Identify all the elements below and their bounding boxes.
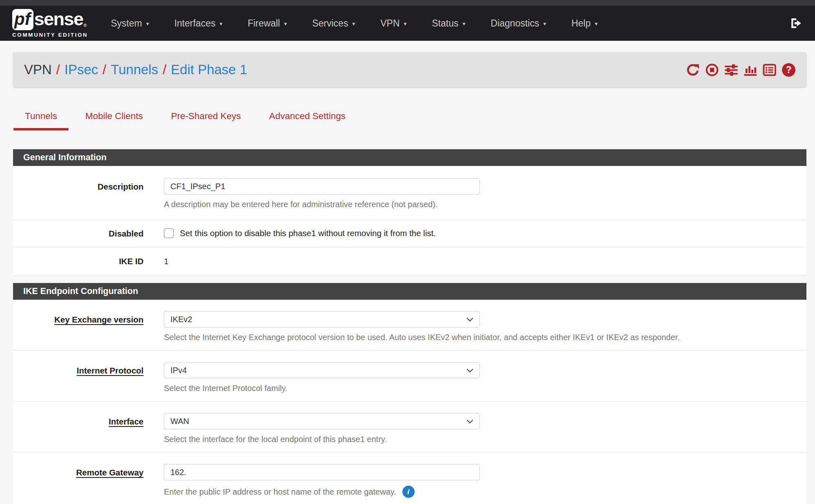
chevron-down-icon: ▾ — [219, 21, 222, 27]
tab-pre-shared-keys[interactable]: Pre-Shared Keys — [160, 107, 252, 130]
navbar-menu: System ▾ Interfaces ▾ Firewall ▾ Service… — [111, 18, 598, 29]
interface-help: Select the interface for the local endpo… — [164, 435, 790, 444]
chevron-down-icon — [466, 368, 473, 373]
info-glyph: i — [407, 487, 409, 496]
community-edition-label: COMMUNITY EDITION — [12, 32, 88, 38]
help-icon[interactable]: ? — [782, 63, 795, 77]
form-row-internet-protocol: Internet Protocol IPv4 Select the Intern… — [13, 351, 806, 402]
log-list-icon[interactable] — [763, 63, 776, 77]
form-row-disabled: Disabled Set this option to disable this… — [13, 220, 806, 248]
interface-select[interactable]: WAN — [164, 413, 480, 429]
description-label: Description — [13, 166, 144, 220]
form-row-ike-id: IKE ID 1 — [13, 248, 806, 276]
menu-item-label: Interfaces — [174, 18, 215, 29]
menu-item-label: Status — [432, 18, 458, 29]
tab-bar: Tunnels Mobile Clients Pre-Shared Keys A… — [13, 107, 815, 130]
form-row-remote-gateway: Remote Gateway Enter the public IP addre… — [13, 453, 806, 504]
breadcrumb-vpn: VPN — [24, 62, 52, 77]
stop-circle-icon[interactable] — [705, 63, 719, 77]
question-glyph: ? — [786, 64, 791, 75]
chevron-down-icon: ▾ — [543, 21, 546, 27]
form-row-key-exchange-version: Key Exchange version IKEv2 Select the In… — [13, 300, 806, 351]
bar-chart-icon[interactable] — [744, 63, 757, 77]
ike-id-value: 1 — [164, 256, 168, 266]
breadcrumb-separator: / — [158, 62, 171, 77]
interface-value: WAN — [170, 417, 189, 426]
menu-item-label: Diagnostics — [491, 18, 539, 29]
menu-item-diagnostics[interactable]: Diagnostics ▾ — [491, 18, 546, 29]
ike-id-label: IKE ID — [13, 248, 144, 275]
disabled-checkbox[interactable] — [164, 228, 174, 238]
menu-item-label: Firewall — [247, 18, 280, 29]
menu-item-label: VPN — [380, 18, 400, 29]
internet-protocol-value: IPv4 — [170, 366, 187, 375]
menu-item-label: System — [111, 18, 142, 29]
breadcrumb-separator: / — [52, 62, 64, 77]
remote-gateway-help: Enter the public IP address or host name… — [164, 487, 396, 497]
sliders-icon[interactable] — [724, 63, 738, 77]
section-ike-endpoint-configuration: IKE Endpoint Configuration Key Exchange … — [13, 283, 806, 504]
interface-label: Interface — [109, 417, 144, 426]
browser-top-strip — [0, 0, 815, 6]
menu-item-status[interactable]: Status ▾ — [432, 18, 465, 29]
internet-protocol-select[interactable]: IPv4 — [164, 362, 480, 378]
remote-gateway-input[interactable] — [164, 464, 480, 480]
page-action-icons: ? — [686, 63, 795, 77]
chevron-down-icon: ▾ — [284, 21, 287, 27]
section-title: IKE Endpoint Configuration — [13, 283, 806, 300]
tab-tunnels[interactable]: Tunnels — [13, 107, 68, 130]
tab-advanced-settings[interactable]: Advanced Settings — [258, 107, 357, 130]
section-general-information: General Information Description A descri… — [13, 149, 806, 276]
pfsense-logo-pf: pf — [12, 9, 33, 30]
registered-mark: ® — [84, 23, 87, 28]
chevron-down-icon: ▾ — [404, 21, 406, 27]
menu-item-interfaces[interactable]: Interfaces ▾ — [174, 18, 222, 29]
breadcrumb-link-tunnels[interactable]: Tunnels — [111, 62, 158, 77]
menu-item-label: Help — [571, 18, 590, 29]
menu-item-system[interactable]: System ▾ — [111, 18, 149, 29]
description-input[interactable] — [164, 178, 480, 195]
breadcrumb: VPN / IPsec / Tunnels / Edit Phase 1 — [24, 62, 247, 77]
form-row-interface: Interface WAN Select the interface for t… — [13, 402, 806, 453]
chevron-down-icon: ▾ — [463, 21, 466, 27]
pfsense-logo-sense: sense — [34, 9, 83, 29]
breadcrumb-panel: VPN / IPsec / Tunnels / Edit Phase 1 — [13, 52, 806, 87]
remote-gateway-label: Remote Gateway — [76, 468, 144, 477]
chevron-down-icon — [466, 419, 473, 424]
menu-item-help[interactable]: Help ▾ — [571, 18, 597, 29]
pfsense-logo[interactable]: pf sense ® COMMUNITY EDITION — [12, 9, 88, 38]
menu-item-services[interactable]: Services ▾ — [312, 18, 355, 29]
chevron-down-icon: ▾ — [352, 21, 355, 27]
internet-protocol-label: Internet Protocol — [77, 366, 144, 375]
sign-out-icon[interactable] — [790, 17, 803, 30]
refresh-icon[interactable] — [686, 63, 700, 77]
breadcrumb-separator: / — [98, 62, 111, 77]
key-exchange-version-help: Select the Internet Key Exchange protoco… — [164, 333, 790, 342]
disabled-checkbox-text: Set this option to disable this phase1 w… — [180, 228, 436, 238]
info-icon[interactable]: i — [402, 486, 415, 498]
disabled-label: Disabled — [13, 220, 144, 247]
menu-item-vpn[interactable]: VPN ▾ — [380, 18, 406, 29]
tab-mobile-clients[interactable]: Mobile Clients — [74, 107, 154, 130]
key-exchange-version-value: IKEv2 — [170, 315, 192, 324]
chevron-down-icon: ▾ — [595, 21, 598, 27]
form-row-description: Description A description may be entered… — [13, 166, 806, 220]
chevron-down-icon: ▾ — [146, 21, 149, 27]
key-exchange-version-label: Key Exchange version — [54, 315, 144, 324]
chevron-down-icon — [466, 317, 473, 322]
menu-item-firewall[interactable]: Firewall ▾ — [247, 18, 287, 29]
description-help: A description may be entered here for ad… — [164, 200, 790, 209]
key-exchange-version-select[interactable]: IKEv2 — [164, 311, 480, 327]
main-navbar: pf sense ® COMMUNITY EDITION System ▾ In… — [0, 6, 815, 41]
section-title: General Information — [13, 149, 806, 166]
menu-item-label: Services — [312, 18, 348, 29]
breadcrumb-link-ipsec[interactable]: IPsec — [64, 62, 98, 77]
internet-protocol-help: Select the Internet Protocol family. — [164, 384, 790, 393]
breadcrumb-link-edit-phase1[interactable]: Edit Phase 1 — [171, 62, 247, 77]
